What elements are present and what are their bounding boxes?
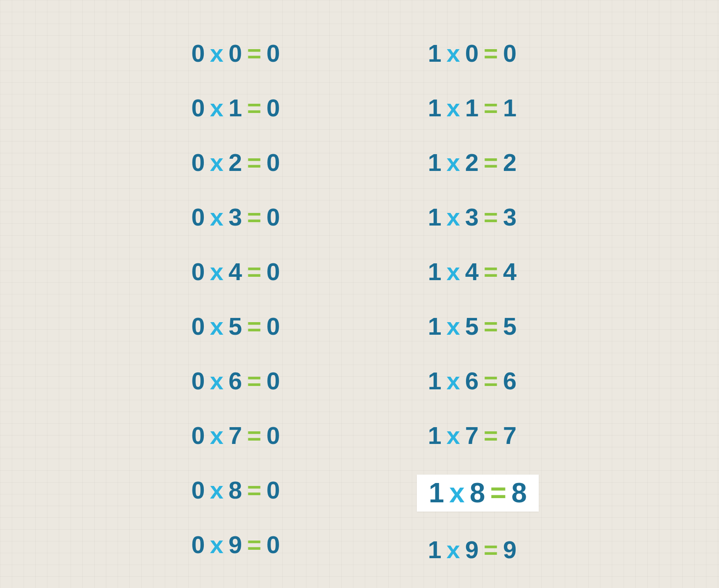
multiplier: 8 (470, 477, 485, 508)
equals-symbol: = (484, 39, 498, 67)
equals-symbol: = (247, 312, 261, 340)
equation-row: 1x2=2 (417, 147, 538, 179)
multiply-symbol: x (447, 312, 460, 340)
equals-symbol: = (247, 531, 261, 558)
multiplier: 1 (465, 94, 479, 121)
equals-symbol: = (247, 258, 261, 285)
equation-row: 1x3=3 (417, 202, 538, 234)
multiplier: 6 (465, 367, 479, 394)
multiplicand: 0 (191, 422, 205, 449)
multiplier: 2 (465, 149, 479, 176)
equals-symbol: = (484, 422, 498, 449)
product: 0 (266, 531, 280, 558)
equals-symbol: = (490, 477, 506, 508)
equation-row: 1x1=1 (417, 92, 538, 124)
multiply-symbol: x (447, 536, 460, 563)
equation-row: 1x8=8 (417, 475, 538, 512)
product: 0 (266, 422, 280, 449)
multiplicand: 0 (191, 476, 205, 504)
multiplier: 9 (229, 531, 242, 558)
multiplier: 1 (229, 94, 242, 121)
multiply-symbol: x (210, 531, 224, 558)
equals-symbol: = (484, 258, 498, 285)
multiplicand: 1 (428, 203, 441, 231)
multiply-symbol: x (210, 422, 224, 449)
equals-symbol: = (484, 203, 498, 231)
multiplicand: 1 (428, 94, 441, 121)
product: 9 (503, 536, 516, 563)
multiply-symbol: x (210, 39, 224, 67)
multiply-symbol: x (447, 258, 460, 285)
multiplier: 7 (465, 422, 479, 449)
equation-row: 0x3=0 (180, 202, 291, 234)
equation-row: 0x8=0 (180, 475, 291, 507)
multiplier: 8 (229, 476, 242, 504)
product: 4 (503, 258, 516, 285)
multiply-symbol: x (447, 422, 460, 449)
multiplicand: 0 (191, 39, 205, 67)
equals-symbol: = (247, 149, 261, 176)
multiplicand: 0 (191, 531, 205, 558)
equation-row: 0x9=0 (180, 529, 291, 561)
equation-row: 0x4=0 (180, 256, 291, 288)
multiplicand: 1 (428, 149, 441, 176)
multiplicand: 0 (191, 149, 205, 176)
multiplicand: 1 (428, 367, 441, 394)
product: 0 (266, 94, 280, 121)
multiply-symbol: x (447, 367, 460, 394)
product: 0 (503, 39, 516, 67)
zero-times-table: 0x0=00x1=00x2=00x3=00x4=00x5=00x6=00x7=0… (180, 38, 291, 566)
multiplicand: 0 (191, 203, 205, 231)
multiplier: 4 (229, 258, 242, 285)
multiply-symbol: x (210, 149, 224, 176)
multiply-symbol: x (210, 258, 224, 285)
equals-symbol: = (247, 94, 261, 121)
multiply-symbol: x (447, 94, 460, 121)
equation-row: 1x4=4 (417, 256, 538, 288)
multiplier: 6 (229, 367, 242, 394)
multiplicand: 0 (191, 367, 205, 394)
product: 6 (503, 367, 516, 394)
product: 7 (503, 422, 516, 449)
multiply-symbol: x (449, 477, 465, 508)
equation-row: 0x6=0 (180, 365, 291, 397)
multiply-symbol: x (210, 203, 224, 231)
multiplication-tables: 0x0=00x1=00x2=00x3=00x4=00x5=00x6=00x7=0… (0, 38, 719, 566)
equals-symbol: = (247, 422, 261, 449)
multiply-symbol: x (210, 367, 224, 394)
multiply-symbol: x (210, 312, 224, 340)
equals-symbol: = (484, 312, 498, 340)
multiply-symbol: x (210, 476, 224, 504)
multiplicand: 1 (429, 477, 444, 508)
multiply-symbol: x (447, 149, 460, 176)
equation-row: 0x1=0 (180, 92, 291, 124)
multiplier: 0 (465, 39, 479, 67)
product: 0 (266, 39, 280, 67)
equals-symbol: = (247, 476, 261, 504)
equals-symbol: = (247, 367, 261, 394)
equation-row: 0x0=0 (180, 38, 291, 70)
multiplier: 0 (229, 39, 242, 67)
multiplicand: 0 (191, 94, 205, 121)
product: 0 (266, 312, 280, 340)
multiplier: 2 (229, 149, 242, 176)
equals-symbol: = (484, 367, 498, 394)
product: 0 (266, 476, 280, 504)
multiplier: 5 (229, 312, 242, 340)
product: 5 (503, 312, 516, 340)
equation-row: 1x5=5 (417, 311, 538, 343)
equation-row: 1x6=6 (417, 365, 538, 397)
multiplier: 5 (465, 312, 479, 340)
multiplier: 7 (229, 422, 242, 449)
one-times-table: 1x0=01x1=11x2=21x3=31x4=41x5=51x6=61x7=7… (417, 38, 538, 566)
product: 0 (266, 203, 280, 231)
product: 3 (503, 203, 516, 231)
equation-row: 0x2=0 (180, 147, 291, 179)
multiplier: 3 (229, 203, 242, 231)
equation-row: 0x5=0 (180, 311, 291, 343)
multiplicand: 0 (191, 312, 205, 340)
multiplicand: 1 (428, 536, 441, 563)
equation-row: 0x7=0 (180, 420, 291, 452)
equals-symbol: = (484, 149, 498, 176)
product: 0 (266, 149, 280, 176)
